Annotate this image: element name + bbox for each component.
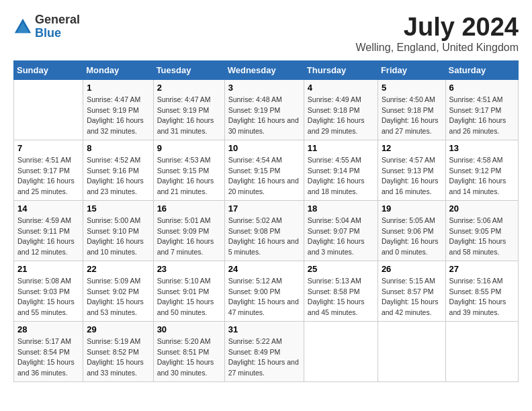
day-info: Sunrise: 5:10 AMSunset: 9:01 PMDaylight:… [157,276,221,318]
calendar-cell: 23Sunrise: 5:10 AMSunset: 9:01 PMDayligh… [153,261,224,321]
day-info: Sunrise: 4:55 AMSunset: 9:14 PMDaylight:… [308,155,374,197]
calendar-cell: 26Sunrise: 5:15 AMSunset: 8:57 PMDayligh… [378,261,445,321]
day-info: Sunrise: 5:08 AMSunset: 9:03 PMDaylight:… [17,276,79,318]
day-number: 26 [382,264,442,274]
calendar-cell: 31Sunrise: 5:22 AMSunset: 8:49 PMDayligh… [224,321,304,381]
day-number: 16 [157,203,221,214]
day-info: Sunrise: 4:53 AMSunset: 9:15 PMDaylight:… [157,155,221,197]
weekday-header-monday: Monday [83,60,153,79]
day-info: Sunrise: 4:57 AMSunset: 9:13 PMDaylight:… [382,155,442,197]
day-number: 8 [87,143,149,153]
calendar-cell: 8Sunrise: 4:52 AMSunset: 9:16 PMDaylight… [83,140,153,200]
day-number: 12 [382,143,442,153]
calendar-cell [378,321,445,381]
main-title: July 2024 [355,13,519,42]
day-info: Sunrise: 5:01 AMSunset: 9:09 PMDaylight:… [157,216,221,258]
calendar-cell: 19Sunrise: 5:05 AMSunset: 9:06 PMDayligh… [378,200,445,261]
calendar-cell: 21Sunrise: 5:08 AMSunset: 9:03 PMDayligh… [14,261,83,321]
day-number: 30 [157,324,221,334]
week-row-1: 1Sunrise: 4:47 AMSunset: 9:19 PMDaylight… [14,79,519,140]
day-info: Sunrise: 5:20 AMSunset: 8:51 PMDaylight:… [157,336,221,379]
day-info: Sunrise: 4:54 AMSunset: 9:15 PMDaylight:… [228,155,300,197]
day-number: 5 [382,83,442,93]
calendar-cell: 7Sunrise: 4:51 AMSunset: 9:17 PMDaylight… [14,140,83,200]
weekday-header-sunday: Sunday [14,60,83,79]
day-info: Sunrise: 4:48 AMSunset: 9:19 PMDaylight:… [228,95,300,137]
day-number: 4 [308,83,374,93]
calendar-cell: 14Sunrise: 4:59 AMSunset: 9:11 PMDayligh… [14,200,83,261]
day-info: Sunrise: 5:16 AMSunset: 8:55 PMDaylight:… [449,276,515,318]
calendar-cell: 6Sunrise: 4:51 AMSunset: 9:17 PMDaylight… [445,79,518,140]
day-number: 14 [17,203,79,214]
calendar-cell: 20Sunrise: 5:06 AMSunset: 9:05 PMDayligh… [445,200,518,261]
day-number: 2 [157,83,221,93]
title-area: July 2024 Welling, England, United Kingd… [355,13,519,54]
day-info: Sunrise: 5:17 AMSunset: 8:54 PMDaylight:… [17,336,79,379]
weekday-header-row: SundayMondayTuesdayWednesdayThursdayFrid… [14,60,519,79]
weekday-header-tuesday: Tuesday [153,60,224,79]
calendar-cell [445,321,518,381]
day-number: 10 [228,143,300,153]
logo-blue-text: Blue [35,26,61,40]
calendar-cell: 4Sunrise: 4:49 AMSunset: 9:18 PMDaylight… [304,79,378,140]
day-info: Sunrise: 4:52 AMSunset: 9:16 PMDaylight:… [87,155,149,197]
calendar-cell: 2Sunrise: 4:47 AMSunset: 9:19 PMDaylight… [153,79,224,140]
day-number: 13 [449,143,515,153]
logo-general-text: General [35,13,80,26]
calendar-cell: 22Sunrise: 5:09 AMSunset: 9:02 PMDayligh… [83,261,153,321]
calendar-cell: 9Sunrise: 4:53 AMSunset: 9:15 PMDaylight… [153,140,224,200]
day-info: Sunrise: 5:22 AMSunset: 8:49 PMDaylight:… [228,336,300,379]
calendar-cell: 25Sunrise: 5:13 AMSunset: 8:58 PMDayligh… [304,261,378,321]
day-number: 21 [17,264,79,274]
day-info: Sunrise: 5:05 AMSunset: 9:06 PMDaylight:… [382,216,442,258]
day-number: 28 [17,324,79,334]
calendar-table: SundayMondayTuesdayWednesdayThursdayFrid… [13,60,519,382]
logo: General Blue [13,13,80,40]
day-number: 15 [87,203,149,214]
week-row-5: 28Sunrise: 5:17 AMSunset: 8:54 PMDayligh… [14,321,519,381]
week-row-3: 14Sunrise: 4:59 AMSunset: 9:11 PMDayligh… [14,200,519,261]
day-info: Sunrise: 5:19 AMSunset: 8:52 PMDaylight:… [87,336,149,379]
calendar-cell: 1Sunrise: 4:47 AMSunset: 9:19 PMDaylight… [83,79,153,140]
day-info: Sunrise: 5:09 AMSunset: 9:02 PMDaylight:… [87,276,149,318]
weekday-header-wednesday: Wednesday [224,60,304,79]
day-info: Sunrise: 5:06 AMSunset: 9:05 PMDaylight:… [449,216,515,258]
day-number: 20 [449,203,515,214]
day-number: 23 [157,264,221,274]
calendar-cell: 12Sunrise: 4:57 AMSunset: 9:13 PMDayligh… [378,140,445,200]
header: General Blue July 2024 Welling, England,… [13,13,519,54]
day-number: 18 [308,203,374,214]
day-info: Sunrise: 4:50 AMSunset: 9:18 PMDaylight:… [382,95,442,137]
calendar-cell: 5Sunrise: 4:50 AMSunset: 9:18 PMDaylight… [378,79,445,140]
calendar-cell: 13Sunrise: 4:58 AMSunset: 9:12 PMDayligh… [445,140,518,200]
day-number: 6 [449,83,515,93]
day-info: Sunrise: 5:00 AMSunset: 9:10 PMDaylight:… [87,216,149,258]
day-info: Sunrise: 5:15 AMSunset: 8:57 PMDaylight:… [382,276,442,318]
calendar-cell: 29Sunrise: 5:19 AMSunset: 8:52 PMDayligh… [83,321,153,381]
calendar-cell: 3Sunrise: 4:48 AMSunset: 9:19 PMDaylight… [224,79,304,140]
calendar-cell: 16Sunrise: 5:01 AMSunset: 9:09 PMDayligh… [153,200,224,261]
day-number: 27 [449,264,515,274]
week-row-4: 21Sunrise: 5:08 AMSunset: 9:03 PMDayligh… [14,261,519,321]
day-number: 9 [157,143,221,153]
calendar-cell: 17Sunrise: 5:02 AMSunset: 9:08 PMDayligh… [224,200,304,261]
calendar-cell: 18Sunrise: 5:04 AMSunset: 9:07 PMDayligh… [304,200,378,261]
day-number: 17 [228,203,300,214]
day-info: Sunrise: 5:13 AMSunset: 8:58 PMDaylight:… [308,276,374,318]
calendar-cell: 28Sunrise: 5:17 AMSunset: 8:54 PMDayligh… [14,321,83,381]
day-number: 1 [87,83,149,93]
day-info: Sunrise: 4:51 AMSunset: 9:17 PMDaylight:… [449,95,515,137]
day-info: Sunrise: 4:59 AMSunset: 9:11 PMDaylight:… [17,216,79,258]
calendar-cell: 24Sunrise: 5:12 AMSunset: 9:00 PMDayligh… [224,261,304,321]
weekday-header-thursday: Thursday [304,60,378,79]
day-info: Sunrise: 5:12 AMSunset: 9:00 PMDaylight:… [228,276,300,318]
day-number: 29 [87,324,149,334]
week-row-2: 7Sunrise: 4:51 AMSunset: 9:17 PMDaylight… [14,140,519,200]
day-number: 31 [228,324,300,334]
subtitle: Welling, England, United Kingdom [355,42,519,54]
calendar-cell: 10Sunrise: 4:54 AMSunset: 9:15 PMDayligh… [224,140,304,200]
day-info: Sunrise: 4:51 AMSunset: 9:17 PMDaylight:… [17,155,79,197]
day-number: 7 [17,143,79,153]
calendar-cell: 30Sunrise: 5:20 AMSunset: 8:51 PMDayligh… [153,321,224,381]
day-number: 11 [308,143,374,153]
